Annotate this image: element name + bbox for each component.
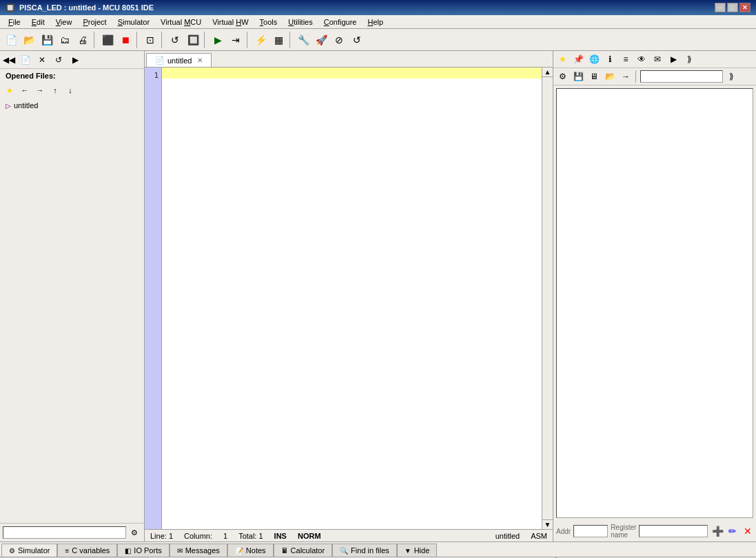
menu-virtual-hw[interactable]: Virtual HW [207,17,254,28]
tab-close-button[interactable]: ✕ [197,56,203,64]
search-box-area: ⚙ [0,523,144,541]
status-line: Line: 1 [150,532,173,540]
right-panel-content [556,88,753,518]
scroll-down-button[interactable]: ▼ [542,519,553,529]
sim-reset-button[interactable]: ↺ [349,32,365,48]
nav-open-file-button[interactable]: 📄 [18,53,33,67]
c-vars-tab-icon: ≡ [65,547,69,555]
nav-toolbar: ◀◀ 📄 ✕ ↺ ▶ [0,51,144,69]
run-button[interactable]: ▶ [210,32,226,48]
io-ports-tab-icon: ◧ [125,547,131,555]
rt-open2-button[interactable]: 📂 [602,70,617,83]
rt-save2-button[interactable]: 💾 [571,70,586,83]
arrow-down-button[interactable]: ↓ [63,84,77,96]
editor-tabs: 📄 untitled ✕ [145,51,553,68]
search-input[interactable] [3,526,126,539]
addr-input[interactable] [573,525,608,537]
main-area: ◀◀ 📄 ✕ ↺ ▶ Opened Files: ★ ← → ↑ ↓ ▷ unt… [0,51,756,541]
star-button[interactable]: ★ [3,84,17,96]
save-button[interactable]: 💾 [39,32,55,48]
menu-help[interactable]: Help [362,17,389,28]
tree-item-untitled[interactable]: ▷ untitled [3,101,141,110]
tab-c-variables[interactable]: ≡ C variables [57,544,117,557]
rt-view2-button[interactable]: 🖥 [586,70,602,83]
nav-refresh-button[interactable]: ↺ [51,53,66,67]
rt-info-button[interactable]: ℹ [602,52,617,66]
editor-content[interactable] [162,68,542,529]
menu-tools[interactable]: Tools [254,17,283,28]
minimize-button[interactable]: ─ [715,3,726,12]
tab-simulator[interactable]: ⚙ Simulator [1,544,57,557]
refresh-button[interactable]: ↺ [167,32,183,48]
arrow-left-button[interactable]: ← [18,84,32,96]
nav-forward-button[interactable]: ▶ [68,53,83,67]
zoom-button[interactable]: ⊡ [142,32,159,48]
scroll-track[interactable] [542,77,553,519]
editor-line1[interactable] [162,68,542,79]
sim-run-button[interactable]: 🚀 [313,32,329,48]
find-tab-label: Find in files [351,546,389,555]
rt-arrow2-button[interactable]: → [618,70,633,83]
restore-button[interactable]: □ [727,3,738,12]
rt-pin-button[interactable]: 📌 [571,52,586,66]
menu-configure[interactable]: Configure [318,17,362,28]
rt-star-button[interactable]: ★ [555,52,570,66]
editor-scrollbar-v[interactable]: ▲ ▼ [542,68,553,529]
addr-delete-button[interactable]: ✕ [741,525,755,537]
hex-button[interactable]: ▦ [270,32,287,48]
arrow-right-button[interactable]: → [33,84,47,96]
print-button[interactable]: 🖨 [74,32,91,48]
tab-hide[interactable]: ▼ Hide [397,544,438,557]
tab-io-ports[interactable]: ◧ IO Ports [117,544,169,557]
nav-close-file-button[interactable]: ✕ [34,53,50,67]
tab-find-in-files[interactable]: 🔍 Find in files [332,544,397,557]
menu-simulator[interactable]: Simulator [112,17,155,28]
c-vars-tab-label: C variables [72,546,110,555]
view-button[interactable]: 🔲 [185,32,201,48]
rt-expand2-button[interactable]: ⟫ [724,70,739,83]
nav-back-button[interactable]: ◀◀ [1,53,17,67]
menu-view[interactable]: View [50,17,78,28]
tab-label: untitled [167,56,192,65]
search-button[interactable]: ⚙ [127,526,141,539]
menu-utilities[interactable]: Utilities [283,17,318,28]
rt-settings-button[interactable]: ⚙ [555,70,570,83]
debug-button[interactable]: 🔧 [295,32,311,48]
compile-button[interactable]: ⚡ [252,32,269,48]
rt-arrow-button[interactable]: ▶ [666,52,681,66]
arrow-up-button[interactable]: ↑ [48,84,62,96]
toolbar-sep6 [289,32,292,48]
close-button[interactable]: ✕ [739,3,750,12]
addr-add-button[interactable]: ➕ [711,525,724,537]
find-tab-icon: 🔍 [340,547,348,555]
tab-icon: 📄 [155,56,165,65]
addr-edit-button[interactable]: ✏ [726,525,739,537]
menu-file[interactable]: File [3,17,26,28]
menu-edit[interactable]: Edit [26,17,50,28]
rt-expand-button[interactable]: ⟫ [682,52,697,66]
halt-button[interactable]: ⏹ [117,32,134,48]
rt-search-input[interactable] [640,70,723,83]
new-button[interactable]: 📄 [3,32,19,48]
open-button[interactable]: 📂 [21,32,37,48]
sim-stop-button[interactable]: ⊘ [331,32,347,48]
reg-name-input[interactable] [639,525,708,537]
step-button[interactable]: ⇥ [227,32,244,48]
tab-notes[interactable]: 📝 Notes [227,544,274,557]
addr-row: Addr Register name ➕ ✏ ✕ [553,521,756,541]
rt-list-button[interactable]: ≡ [618,52,633,66]
rt-globe-button[interactable]: 🌐 [586,52,602,66]
scroll-up-button[interactable]: ▲ [542,68,553,77]
stop-button[interactable]: ⬛ [99,32,116,48]
rt-msg-button[interactable]: ✉ [650,52,665,66]
editor-tab-untitled[interactable]: 📄 untitled ✕ [146,53,212,67]
tab-messages[interactable]: ✉ Messages [170,544,227,557]
editor-statusbar: Line: 1 Column: 1 Total: 1 INS NORM unti… [145,529,553,541]
rt-eye-button[interactable]: 👁 [634,52,649,66]
menu-project[interactable]: Project [77,17,112,28]
bottom-tabs: ⚙ Simulator ≡ C variables ◧ IO Ports ✉ M… [0,542,756,557]
menu-virtual-mcu[interactable]: Virtual MCU [155,17,207,28]
save-all-button[interactable]: 🗂 [57,32,73,48]
tab-calculator[interactable]: 🖩 Calculator [274,544,333,557]
status-column-num: 1 [223,532,227,540]
